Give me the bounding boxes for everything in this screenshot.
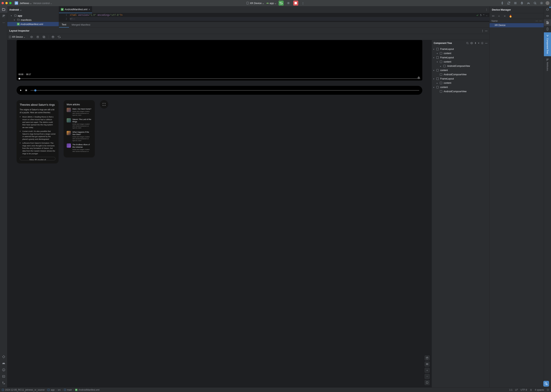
gradle-button[interactable] bbox=[544, 13, 551, 19]
refresh-inspector[interactable] bbox=[57, 35, 62, 40]
zoom-fit[interactable] bbox=[425, 380, 430, 385]
tree-manifests-folder[interactable]: ▾ manifests bbox=[7, 18, 59, 22]
editor-tab-menu[interactable]: ⋮ bbox=[484, 8, 489, 11]
gear-icon[interactable] bbox=[481, 42, 484, 44]
resource-manager-button[interactable] bbox=[0, 13, 7, 19]
component-tree-row[interactable]: AndroidComposeView bbox=[432, 89, 489, 94]
breadcrumb[interactable]: app bbox=[51, 389, 55, 391]
close-window[interactable] bbox=[1, 2, 4, 4]
running-devices-button[interactable] bbox=[544, 26, 551, 32]
device-row[interactable]: XR Device bbox=[490, 23, 544, 27]
zoom-in[interactable]: + bbox=[425, 368, 430, 373]
toggle-3d[interactable] bbox=[50, 35, 56, 40]
subtab-text[interactable]: Text bbox=[59, 22, 69, 28]
subtab-merged-manifest[interactable]: Merged Manifest bbox=[69, 22, 93, 28]
project-panel-header[interactable]: Android ⌵ bbox=[7, 6, 59, 13]
tree-manifest-file[interactable]: M AndroidManifest.xml bbox=[7, 22, 59, 26]
toggle-live-updates[interactable] bbox=[29, 35, 34, 40]
more-actions[interactable]: ⋮ bbox=[301, 0, 306, 6]
structure-button[interactable] bbox=[513, 0, 518, 6]
pair-devices-button[interactable] bbox=[491, 14, 496, 19]
video-scrubber[interactable] bbox=[19, 78, 420, 79]
minimize-icon[interactable]: — bbox=[485, 29, 487, 32]
minimize-window[interactable] bbox=[5, 2, 8, 4]
indent-indicator[interactable]: 4 spaces bbox=[535, 389, 544, 391]
article-item[interactable]: What Happens if the Sun Dies? Article an… bbox=[67, 131, 92, 142]
pan-tool[interactable] bbox=[425, 355, 430, 360]
component-tree-row[interactable]: ▾content bbox=[432, 85, 489, 89]
editor-tab-manifest[interactable]: M AndroidManifest.xml × bbox=[59, 6, 92, 13]
component-tree-row[interactable]: ▾FrameLayout bbox=[432, 56, 489, 60]
li-device-selector[interactable]: XR Device ⌵ bbox=[9, 36, 25, 38]
snapshot-export[interactable] bbox=[35, 35, 40, 40]
toggle-overlay[interactable] bbox=[41, 35, 46, 40]
notifications-button[interactable] bbox=[544, 6, 551, 13]
search-button[interactable] bbox=[532, 0, 537, 6]
readonly-toggle[interactable] bbox=[547, 389, 549, 391]
audio-player[interactable] bbox=[17, 86, 422, 95]
component-tree-row[interactable]: ▸AndroidComposeView bbox=[432, 64, 489, 68]
component-tree-row[interactable]: ▾content bbox=[432, 51, 489, 56]
stop-button[interactable] bbox=[293, 0, 298, 6]
article-item[interactable]: The Endless Allure of the Universe Artic… bbox=[67, 143, 92, 152]
line-separator[interactable]: LF bbox=[515, 389, 518, 391]
settings-button[interactable] bbox=[539, 0, 544, 6]
breadcrumb[interactable]: AndroidManifest.xml bbox=[79, 389, 100, 391]
search-icon[interactable] bbox=[466, 42, 469, 44]
play-button[interactable] bbox=[20, 89, 22, 91]
code-with-me[interactable] bbox=[500, 0, 505, 6]
expand-all-icon[interactable]: ⇕ bbox=[474, 42, 476, 44]
component-tree-row[interactable]: ▾FrameLayout bbox=[432, 77, 489, 81]
maximize-window[interactable] bbox=[9, 2, 12, 4]
vcs-dropdown[interactable]: Version control ⌵ bbox=[33, 2, 52, 5]
component-tree-row[interactable]: ▾content bbox=[432, 68, 489, 72]
breadcrumb[interactable]: src bbox=[58, 389, 61, 391]
close-icon[interactable]: × bbox=[478, 42, 479, 44]
kebab-icon[interactable]: ⋮ bbox=[481, 29, 484, 32]
component-tree-row[interactable]: ▸content bbox=[432, 81, 489, 85]
more-tools-button[interactable]: ⋯ bbox=[0, 19, 7, 26]
build-variants-button[interactable] bbox=[0, 360, 7, 367]
debug-attach-button[interactable] bbox=[519, 0, 524, 6]
audio-scrubber[interactable] bbox=[30, 90, 419, 91]
breadcrumb[interactable]: main bbox=[67, 389, 72, 391]
filter-icon[interactable] bbox=[470, 42, 473, 44]
terminal-button[interactable] bbox=[0, 373, 7, 380]
minimize-icon[interactable]: — bbox=[485, 42, 487, 44]
video-settings-button[interactable] bbox=[417, 76, 420, 79]
component-tree-row[interactable]: ▾FrameLayout bbox=[432, 47, 489, 51]
project-dropdown[interactable]: JetNews ⌵ bbox=[20, 2, 32, 5]
chevron-down-icon[interactable]: ⌵ bbox=[486, 14, 487, 17]
view-3d-model-button[interactable]: View 3D model of bbox=[20, 157, 56, 160]
zoom-out[interactable]: − bbox=[425, 374, 430, 379]
rerun-button[interactable] bbox=[279, 0, 284, 6]
floating-action-button[interactable] bbox=[543, 381, 549, 387]
breadcrumb[interactable]: 2024-12-05_RC11_jetnews_xr_source bbox=[5, 389, 44, 391]
tab-attributes[interactable]: Attributes bbox=[544, 56, 551, 73]
readonly-indicator[interactable] bbox=[530, 389, 532, 391]
expand-button[interactable] bbox=[100, 100, 108, 109]
inspector-viewport[interactable]: 00:00 · 00:17 bbox=[7, 40, 432, 387]
component-tree-row[interactable]: ▾content bbox=[432, 60, 489, 64]
chevron-up-icon[interactable]: ⌃ bbox=[483, 14, 485, 17]
device-manager-button[interactable] bbox=[544, 19, 551, 26]
profile-button[interactable] bbox=[526, 0, 531, 6]
wifi-pairing-button[interactable] bbox=[502, 14, 507, 19]
editor-inspections[interactable]: 5 ⌃ ⌵ bbox=[476, 14, 487, 17]
article-item[interactable]: Mars: Our Next Home? Article and images … bbox=[67, 108, 92, 116]
code-editor[interactable]: 1 2 <?xml version="1.0" encoding="utf-8"… bbox=[59, 13, 489, 22]
article-item[interactable]: Saturn: The Lord of the Rings Article an… bbox=[67, 118, 92, 129]
pause-button[interactable] bbox=[25, 89, 28, 91]
component-tree-row[interactable]: AndroidComposeView bbox=[432, 72, 489, 77]
cursor-position[interactable]: 1:1 bbox=[509, 389, 512, 391]
debug-button[interactable] bbox=[286, 0, 291, 6]
run-config-selector[interactable]: app ⌵ bbox=[266, 2, 276, 5]
bookmarks-button[interactable] bbox=[0, 353, 7, 360]
vcs-button[interactable] bbox=[0, 380, 7, 386]
tree-app-module[interactable]: ▾ app bbox=[7, 14, 59, 18]
close-icon[interactable]: × bbox=[89, 8, 90, 11]
sync-button[interactable] bbox=[506, 0, 511, 6]
file-encoding[interactable]: UTF-8 bbox=[521, 389, 527, 391]
device-selector[interactable]: XR Device ⌵ bbox=[246, 2, 264, 5]
heat-button[interactable]: 🔥 bbox=[508, 14, 513, 19]
